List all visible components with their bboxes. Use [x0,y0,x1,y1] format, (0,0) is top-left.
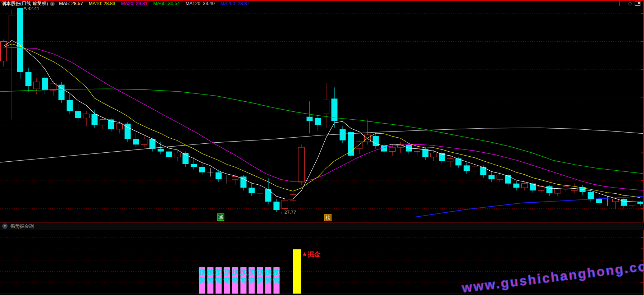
warning-bar-char: 警 [240,277,247,284]
warning-bar-char: 警 [265,277,272,284]
warning-bar-char: 警 [207,277,214,284]
corner-icons: ◇ [628,1,640,6]
chevron-down-icon[interactable]: ∨ [2,223,8,229]
warning-bar-char: 预 [273,268,280,276]
low-price-annotation: ←27.77 [280,209,296,215]
warning-bar-char: 警 [273,277,280,284]
warning-bar-char: 预 [215,268,223,276]
ma-values: MA5: 28.57MA10: 28.83MA20: 29.31MA60: 30… [59,1,255,6]
chart-signal-marker: 减 [217,213,224,221]
split-panel-icon[interactable] [635,1,640,6]
warning-bar-char: 预 [207,268,214,276]
warning-bar-char: 预 [240,268,247,276]
title-bar: 润本股份(日线 前复权) ∨ MA5: 28.57MA10: 28.83MA20… [0,1,640,6]
warning-bar-char: 预 [256,268,264,276]
ma-value: MA120: 33.40 [186,1,215,6]
warning-bar-char: 警 [232,277,239,284]
warning-bar-char: 预 [232,268,239,276]
window-right-border [643,0,644,295]
juejin-signal-label: ★掘金 [302,250,320,259]
ma-value: MA250: 28.87 [220,1,250,6]
ma-value: MA5: 28.57 [59,1,83,6]
warning-bar-char: 警 [248,277,255,284]
warning-bar-char: 预 [198,268,206,276]
ma-value: MA60: 30.54 [153,1,180,6]
warning-bar-char: 警 [198,277,206,284]
diamond-icon[interactable]: ◇ [628,1,632,6]
high-price-annotation: ↖42.41 [24,6,39,11]
candlestick-chart[interactable]: 预警预警预警预警预警预警预警预警预警预警 [0,0,644,295]
indicator-panel-header: ∨ 循势掘金副 [0,222,644,230]
warning-bar-char: 警 [215,277,222,284]
warning-bar-char: 警 [223,277,230,284]
ma-value: MA20: 29.31 [121,1,148,6]
panel-bottom-border [0,294,644,294]
warning-bar-char: 预 [223,268,231,276]
ma-value: MA10: 28.83 [89,1,115,6]
warning-bar-char: 警 [256,277,264,284]
watermark-text: www.gushichanghong.com [461,257,644,295]
warning-bar-char: 预 [248,268,256,276]
indicator-panel-title: 循势掘金副 [10,223,34,230]
chevron-down-icon[interactable]: ∨ [50,1,55,6]
warning-bar-char: 预 [265,268,272,276]
trading-app-window: 预警预警预警预警预警预警预警预警预警预警 润本股份(日线 前复权) ∨ MA5:… [0,0,644,295]
chart-signal-marker: 榜 [324,214,332,221]
